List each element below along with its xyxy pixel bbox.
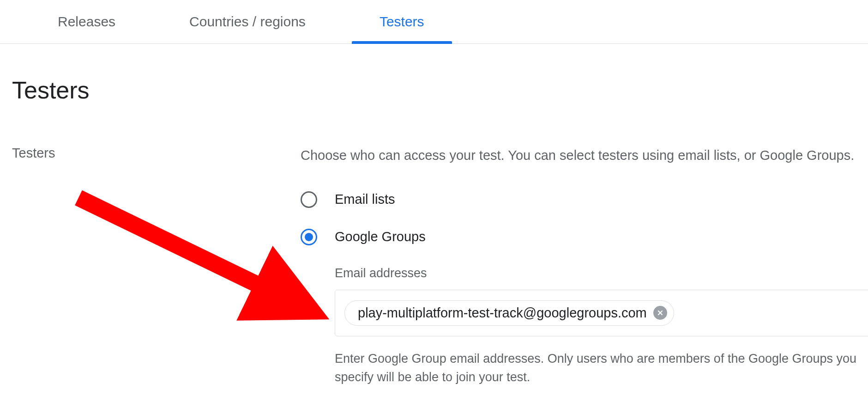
email-chip: play-multiplatform-test-track@googlegrou…	[344, 300, 674, 326]
page-title: Testers	[12, 76, 868, 104]
tab-countries-regions[interactable]: Countries / regions	[180, 0, 315, 43]
email-addresses-label: Email addresses	[335, 266, 868, 280]
testers-settings-row: Testers Choose who can access your test.…	[0, 146, 868, 387]
email-addresses-input[interactable]: play-multiplatform-test-track@googlegrou…	[335, 290, 868, 336]
radio-label: Email lists	[335, 192, 395, 207]
tab-releases[interactable]: Releases	[48, 0, 125, 43]
remove-chip-icon[interactable]	[653, 306, 667, 320]
email-addresses-helper-text: Enter Google Group email addresses. Only…	[335, 349, 868, 387]
radio-option-google-groups[interactable]: Google Groups	[301, 229, 868, 245]
email-chip-text: play-multiplatform-test-track@googlegrou…	[358, 305, 647, 321]
tab-testers[interactable]: Testers	[370, 0, 434, 43]
radio-label: Google Groups	[335, 229, 426, 244]
tab-bar: Releases Countries / regions Testers	[0, 0, 868, 44]
email-addresses-section: Email addresses play-multiplatform-test-…	[335, 266, 868, 387]
settings-field-content: Choose who can access your test. You can…	[301, 146, 868, 387]
radio-dot-icon	[305, 233, 313, 241]
radio-selected-icon	[301, 229, 317, 245]
radio-option-email-lists[interactable]: Email lists	[301, 191, 868, 208]
radio-icon	[301, 191, 317, 208]
settings-field-label: Testers	[12, 146, 301, 387]
settings-description: Choose who can access your test. You can…	[301, 146, 868, 166]
